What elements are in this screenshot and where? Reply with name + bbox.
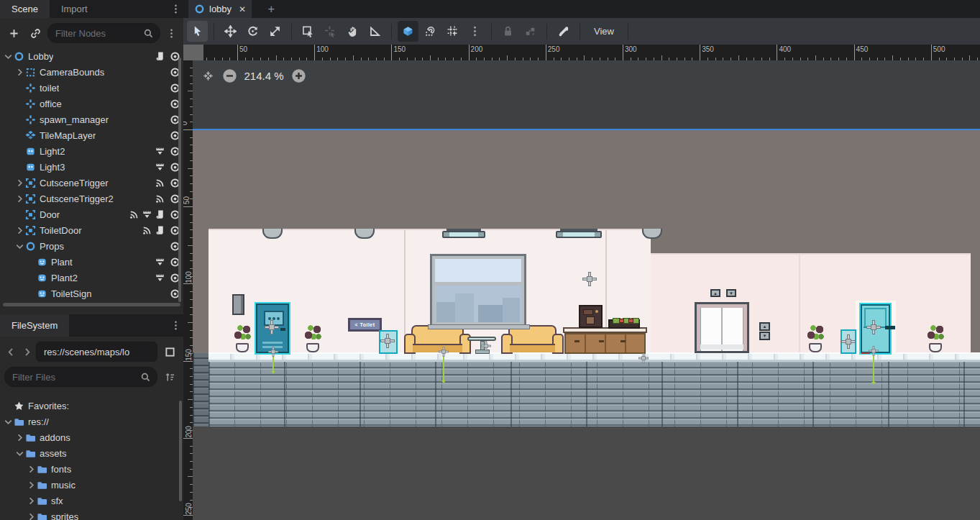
move-gizmo[interactable] (482, 342, 491, 351)
tree-item-addons[interactable]: addons (0, 429, 183, 445)
move-gizmo[interactable] (265, 321, 278, 334)
script-icon[interactable] (155, 225, 165, 236)
instance-scene-button[interactable] (26, 24, 45, 42)
tree-item-fonts[interactable]: fonts (0, 461, 183, 477)
scene-panel-menu-button[interactable] (168, 0, 183, 18)
plant-sprite[interactable] (805, 324, 825, 352)
script-icon[interactable] (155, 209, 165, 220)
expand-arrow-icon[interactable] (26, 496, 37, 506)
plant-sprite[interactable] (925, 324, 945, 352)
history-back-button[interactable] (4, 342, 17, 361)
coffee-machine-sprite[interactable] (579, 305, 603, 328)
scene-tree-menu-button[interactable] (163, 28, 179, 39)
skeleton-button[interactable] (553, 21, 574, 42)
floor-bricks[interactable] (209, 362, 980, 427)
zoom-level[interactable]: 214.4 % (243, 70, 285, 82)
move-gizmo[interactable] (639, 354, 649, 363)
select-tool[interactable] (187, 21, 208, 42)
gizmo-y-axis[interactable] (273, 355, 274, 373)
elevator-indicator-down[interactable]: ▼ (726, 289, 736, 297)
script-icon[interactable] (155, 51, 165, 62)
tree-item-spawn-manager[interactable]: spawn_manager (0, 111, 183, 127)
close-tab-icon[interactable]: ✕ (239, 4, 246, 14)
film-icon[interactable] (142, 209, 152, 220)
tree-item-tilemaplayer[interactable]: TileMapLayer (0, 127, 183, 143)
move-gizmo[interactable] (867, 321, 880, 334)
collapse-arrow-icon[interactable] (3, 416, 14, 427)
tab-import[interactable]: Import (50, 0, 99, 18)
planter-box-sprite[interactable] (608, 319, 640, 329)
tree-item-plant2[interactable]: Plant2 (0, 270, 183, 286)
tree-item-lobby[interactable]: Lobby (0, 48, 183, 64)
list-select-tool[interactable] (298, 21, 319, 42)
snap-config[interactable] (442, 21, 463, 42)
filesystem-vscrollbar[interactable] (179, 401, 182, 501)
filter-files-input[interactable]: Filter Files (4, 367, 157, 387)
move-gizmo[interactable] (842, 335, 855, 348)
signal-icon[interactable] (155, 193, 165, 204)
filter-nodes-input[interactable]: Filter Nodes (47, 23, 160, 43)
film-icon[interactable] (155, 273, 165, 283)
view-menu-button[interactable]: View (585, 21, 623, 42)
current-path-field[interactable]: res://scenes/maps/lo (36, 342, 157, 362)
expand-arrow-icon[interactable] (26, 511, 37, 520)
expand-arrow-icon[interactable] (26, 464, 37, 475)
tree-item-door[interactable]: Door (0, 206, 183, 222)
move-tool[interactable] (220, 21, 241, 42)
toggle-split-mode-button[interactable] (160, 342, 179, 361)
move-gizmo[interactable] (439, 347, 449, 357)
tree-item-cutscenetrigger2[interactable]: CutsceneTrigger2 (0, 191, 183, 206)
tree-item-sprites[interactable]: sprites (0, 508, 183, 520)
tree-item-toiletdoor[interactable]: ToiletDoor (0, 222, 183, 238)
expand-arrow-icon[interactable] (14, 178, 25, 188)
tree-item-office[interactable]: office (0, 96, 183, 111)
expand-arrow-icon[interactable] (26, 480, 37, 491)
tree-item-music[interactable]: music (0, 477, 183, 493)
add-node-button[interactable] (4, 24, 23, 42)
zoom-in-button[interactable] (290, 68, 306, 83)
tree-item-toilet[interactable]: toilet (0, 80, 183, 96)
rotate-tool[interactable] (242, 21, 263, 42)
elevator-indicator-up[interactable]: ▲ (710, 289, 720, 297)
scale-tool[interactable] (265, 21, 285, 42)
fluorescent-lamp[interactable] (556, 229, 602, 238)
plant-sprite[interactable] (303, 324, 323, 352)
fluorescent-lamp[interactable] (442, 229, 485, 238)
armchair-sprite[interactable] (404, 325, 471, 354)
tree-item-cutscenetrigger[interactable]: CutsceneTrigger (0, 175, 183, 191)
move-gizmo[interactable] (269, 347, 278, 357)
signal-icon[interactable] (155, 178, 165, 188)
history-forward-button[interactable] (20, 342, 33, 361)
tree-item-favorites-[interactable]: Favorites: (0, 398, 183, 414)
canvas-viewport[interactable]: < Toilet ▲ ▼ ▲ ▼ (193, 60, 980, 520)
gizmo-y-axis[interactable] (873, 354, 874, 384)
collapse-arrow-icon[interactable] (14, 241, 25, 252)
plant-sprite[interactable] (232, 324, 252, 352)
collapse-arrow-icon[interactable] (14, 448, 25, 459)
tree-item-plant[interactable]: Plant (0, 254, 183, 270)
scene-tree-vscrollbar[interactable] (178, 58, 181, 302)
move-gizmo[interactable] (381, 334, 394, 347)
expand-arrow-icon[interactable] (14, 225, 25, 236)
pan-tool[interactable] (342, 21, 363, 42)
tree-item-res-[interactable]: res:// (0, 414, 183, 429)
ruler-tool[interactable] (365, 21, 385, 42)
tab-scene[interactable]: Scene (0, 0, 50, 18)
scene-tab-lobby[interactable]: lobby ✕ (188, 0, 252, 18)
tree-item-camerabounds[interactable]: CameraBounds (0, 64, 183, 80)
armchair-sprite[interactable] (501, 325, 564, 354)
tree-item-assets[interactable]: assets (0, 445, 183, 461)
grid-snap-toggle[interactable] (420, 21, 441, 42)
film-icon[interactable] (155, 257, 165, 268)
collapse-arrow-icon[interactable] (3, 51, 14, 62)
move-gizmo[interactable] (583, 273, 596, 286)
snap-options-menu[interactable] (464, 21, 485, 42)
wall-intercom[interactable] (232, 294, 244, 315)
zoom-out-button[interactable] (221, 68, 237, 83)
film-icon[interactable] (155, 146, 165, 157)
pivot-tool[interactable] (320, 21, 341, 42)
tree-item-props[interactable]: Props (0, 238, 183, 254)
tree-item-light2[interactable]: Light2 (0, 143, 183, 159)
expand-arrow-icon[interactable] (14, 67, 25, 78)
scene-tree-hscrollbar[interactable] (3, 303, 180, 306)
